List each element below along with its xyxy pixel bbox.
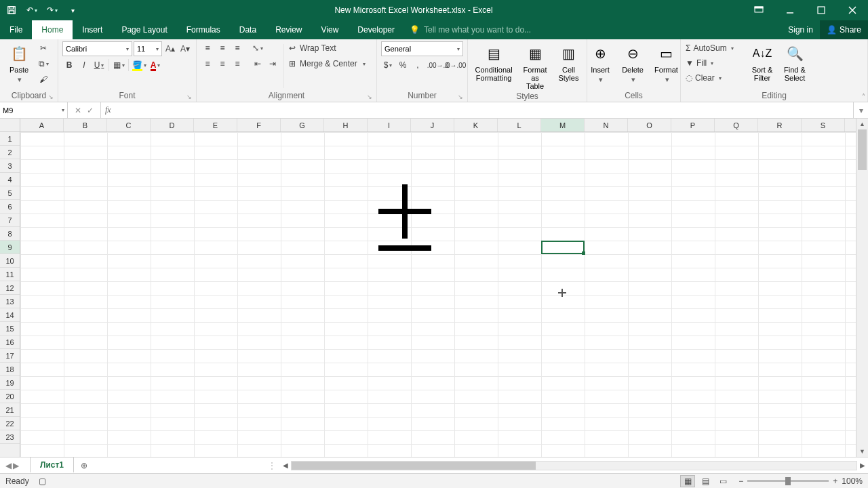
- conditional-formatting-button[interactable]: ▤Conditional Formatting: [471, 41, 517, 92]
- column-header[interactable]: H: [324, 119, 368, 131]
- column-header[interactable]: Q: [715, 119, 758, 131]
- format-painter-button[interactable]: 🖌: [37, 73, 50, 86]
- tab-formulas[interactable]: Formulas: [177, 20, 230, 39]
- wrap-text-button[interactable]: ↩Wrap Text: [288, 41, 370, 55]
- tab-insert[interactable]: Insert: [73, 20, 112, 39]
- cell-styles-button[interactable]: ▥Cell Styles: [553, 41, 583, 92]
- borders-button[interactable]: ▦▾: [112, 58, 125, 72]
- row-header[interactable]: 20: [0, 390, 20, 403]
- find-select-button[interactable]: 🔍Find & Select: [780, 41, 810, 91]
- number-format-select[interactable]: ▾: [381, 41, 463, 56]
- decrease-font-button[interactable]: A▾: [178, 42, 192, 56]
- vertical-scrollbar[interactable]: ▲ ▼: [856, 119, 868, 457]
- redo-button[interactable]: ↷▾: [45, 3, 60, 18]
- column-header[interactable]: R: [758, 119, 802, 131]
- new-sheet-button[interactable]: ⊕: [74, 458, 94, 473]
- clipboard-dialog-launcher[interactable]: ↘: [48, 94, 54, 100]
- row-header[interactable]: 21: [0, 403, 20, 417]
- column-header[interactable]: I: [368, 119, 411, 131]
- align-top-button[interactable]: ≡: [201, 41, 214, 55]
- vertical-scroll-thumb[interactable]: [858, 129, 867, 170]
- zoom-slider[interactable]: [747, 480, 829, 482]
- maximize-button[interactable]: [806, 0, 837, 20]
- row-header[interactable]: 12: [0, 281, 20, 295]
- delete-cells-button[interactable]: ⊖Delete▾: [618, 41, 648, 91]
- zoom-out-button[interactable]: −: [738, 476, 743, 486]
- page-layout-view-button[interactable]: ▤: [698, 475, 713, 487]
- share-button[interactable]: 👤 Share: [820, 20, 868, 39]
- font-color-button[interactable]: A▾: [149, 58, 162, 72]
- undo-button[interactable]: ↶▾: [24, 3, 39, 18]
- font-dialog-launcher[interactable]: ↘: [186, 94, 192, 100]
- scroll-right-button[interactable]: ▶: [857, 462, 868, 469]
- column-headers[interactable]: ABCDEFGHIJKLMNOPQRS: [20, 119, 856, 132]
- row-header[interactable]: 2: [0, 146, 20, 159]
- collapse-ribbon-button[interactable]: ˄: [862, 93, 865, 100]
- save-button[interactable]: [4, 3, 19, 18]
- row-header[interactable]: 5: [0, 186, 20, 200]
- tab-developer[interactable]: Developer: [348, 20, 404, 39]
- column-header[interactable]: P: [671, 119, 715, 131]
- alignment-dialog-launcher[interactable]: ↘: [367, 94, 372, 100]
- column-header[interactable]: N: [585, 119, 628, 131]
- row-header[interactable]: 14: [0, 308, 20, 322]
- row-header[interactable]: 7: [0, 214, 20, 227]
- increase-decimal-button[interactable]: .00→.0: [430, 58, 446, 72]
- tab-page-layout[interactable]: Page Layout: [112, 20, 176, 39]
- tab-file[interactable]: File: [0, 20, 32, 39]
- column-header[interactable]: E: [194, 119, 237, 131]
- align-right-button[interactable]: ≡: [231, 57, 244, 70]
- horizontal-scroll-thumb[interactable]: [292, 462, 536, 470]
- column-header[interactable]: J: [411, 119, 454, 131]
- tab-data[interactable]: Data: [230, 20, 266, 39]
- align-middle-button[interactable]: ≡: [216, 41, 229, 55]
- zoom-in-button[interactable]: +: [833, 476, 837, 486]
- fill-color-button[interactable]: 🪣▾: [132, 58, 147, 72]
- tell-me-box[interactable]: 💡 Tell me what you want to do...: [404, 20, 536, 39]
- tab-review[interactable]: Review: [266, 20, 311, 39]
- spreadsheet-grid[interactable]: ABCDEFGHIJKLMNOPQRS 12345678910111213141…: [0, 119, 856, 457]
- orientation-button[interactable]: ⤡▾: [251, 41, 264, 55]
- row-header[interactable]: 22: [0, 417, 20, 430]
- autosum-button[interactable]: ΣAutoSum▾: [685, 41, 745, 55]
- row-headers[interactable]: 1234567891011121314151617181920212223: [0, 132, 20, 457]
- column-header[interactable]: G: [281, 119, 324, 131]
- qat-customize-button[interactable]: ▾: [65, 3, 80, 18]
- horizontal-scrollbar[interactable]: ⋮ ◀ ▶: [264, 458, 868, 473]
- row-header[interactable]: 10: [0, 254, 20, 268]
- accounting-format-button[interactable]: $▾: [381, 58, 395, 72]
- row-header[interactable]: 15: [0, 322, 20, 336]
- align-bottom-button[interactable]: ≡: [231, 41, 244, 55]
- zoom-level[interactable]: 100%: [842, 476, 863, 486]
- sheet-nav-prev-button[interactable]: ◀: [5, 461, 12, 470]
- row-header[interactable]: 23: [0, 430, 20, 444]
- font-size-input[interactable]: [137, 45, 155, 53]
- select-all-corner[interactable]: [0, 119, 20, 132]
- percent-format-button[interactable]: %: [396, 58, 410, 72]
- comma-format-button[interactable]: ,: [411, 58, 425, 72]
- minimize-button[interactable]: [774, 0, 806, 20]
- sort-filter-button[interactable]: A↓ZSort & Filter: [747, 41, 777, 91]
- decrease-indent-button[interactable]: ⇤: [251, 57, 264, 70]
- expand-formula-bar-button[interactable]: ▾: [853, 102, 868, 118]
- font-name-input[interactable]: [66, 45, 125, 53]
- ribbon-options-button[interactable]: [743, 0, 774, 20]
- bold-button[interactable]: B: [62, 58, 76, 72]
- sheet-nav-next-button[interactable]: ▶: [13, 461, 19, 470]
- cut-button[interactable]: ✂: [37, 41, 50, 55]
- row-header[interactable]: 17: [0, 349, 20, 363]
- normal-view-button[interactable]: ▦: [680, 475, 695, 487]
- underline-button[interactable]: U▾: [92, 58, 106, 72]
- scroll-up-button[interactable]: ▲: [856, 119, 868, 129]
- paste-button[interactable]: 📋 Paste ▾: [4, 41, 34, 91]
- tab-view[interactable]: View: [312, 20, 349, 39]
- fx-icon[interactable]: fx: [105, 105, 111, 115]
- column-header[interactable]: A: [20, 119, 64, 131]
- column-header[interactable]: M: [541, 119, 585, 131]
- macro-record-button[interactable]: ▢: [39, 476, 46, 486]
- enter-formula-button[interactable]: ✓: [87, 106, 94, 115]
- column-header[interactable]: B: [64, 119, 107, 131]
- row-header[interactable]: 1: [0, 132, 20, 146]
- fill-handle[interactable]: [582, 251, 585, 255]
- column-header[interactable]: K: [454, 119, 498, 131]
